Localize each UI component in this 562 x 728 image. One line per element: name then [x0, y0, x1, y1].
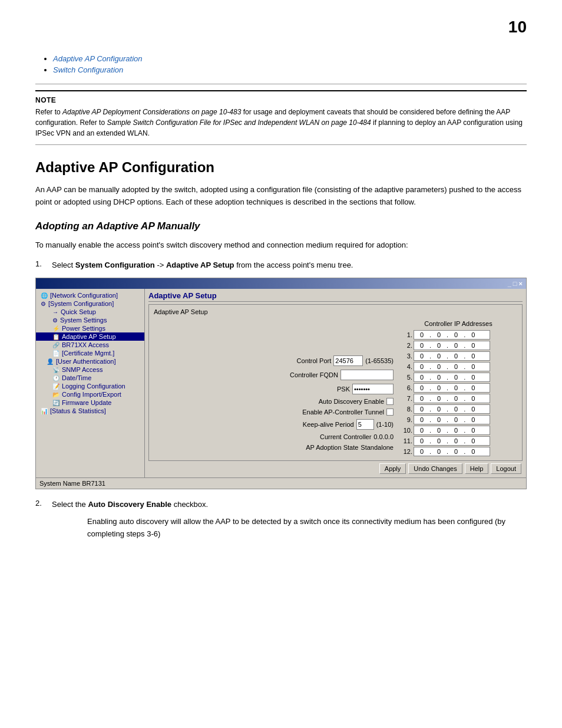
sidebar-item-logging[interactable]: 📝 Logging Configuration	[36, 382, 144, 390]
ip-field-12[interactable]: . . .	[414, 447, 490, 456]
sidebar-item-snmp[interactable]: 📡 SNMP Access	[36, 365, 144, 374]
ip-octet-3-3[interactable]	[449, 353, 462, 360]
sidebar-item-syssettings[interactable]: ⚙ System Settings	[36, 316, 144, 324]
control-port-input[interactable]	[333, 355, 363, 366]
ui-form-left: Control Port (1-65535) Controller FQDN P…	[154, 320, 394, 457]
ip-octet-7-4[interactable]	[467, 395, 480, 402]
link-adaptive-ap[interactable]: Adaptive AP Configuration	[53, 54, 143, 63]
sidebar-item-system[interactable]: ⚙ [System Configuration]	[36, 299, 144, 308]
ip-field-2[interactable]: . . .	[414, 341, 490, 350]
ip-octet-8-1[interactable]	[415, 406, 428, 413]
ip-octet-4-4[interactable]	[467, 363, 480, 370]
ip-octet-11-1[interactable]	[415, 437, 428, 444]
sidebar-item-network[interactable]: 🌐 [Network Configuration]	[36, 291, 144, 299]
ip-octet-9-4[interactable]	[467, 416, 480, 423]
ip-octet-2-3[interactable]	[449, 342, 462, 349]
ip-octet-3-1[interactable]	[415, 353, 428, 360]
ip-octet-11-3[interactable]	[449, 437, 462, 444]
controller-fqdn-label: Controller FQDN	[244, 371, 338, 378]
form-row-autodiscovery: Auto Discovery Enable	[154, 398, 394, 405]
ip-field-4[interactable]: . . .	[414, 362, 490, 371]
link-switch-config[interactable]: Switch Configuration	[53, 65, 123, 74]
ip-octet-12-1[interactable]	[415, 448, 428, 455]
sidebar-configio-label: Config Import/Export	[62, 391, 121, 398]
ip-octet-6-3[interactable]	[449, 384, 462, 391]
ip-row-5: 5. . . .	[399, 373, 517, 382]
ip-row-12: 12. . . .	[399, 447, 517, 456]
ip-octet-8-4[interactable]	[467, 406, 480, 413]
keepalive-input[interactable]	[356, 419, 374, 430]
ip-octet-6-4[interactable]	[467, 384, 480, 391]
ip-octet-7-3[interactable]	[449, 395, 462, 402]
ip-octet-1-1[interactable]	[415, 331, 428, 338]
sidebar-item-certmgmt[interactable]: 📄 [Certificate Mgmt.]	[36, 349, 144, 357]
ip-octet-11-2[interactable]	[432, 437, 445, 444]
ip-octet-3-4[interactable]	[467, 353, 480, 360]
ip-octet-5-2[interactable]	[432, 374, 445, 381]
sidebar-item-br71xx[interactable]: 🔗 BR71XX Access	[36, 341, 144, 349]
sidebar-item-power[interactable]: ⚡ Power Settings	[36, 324, 144, 332]
ip-octet-12-4[interactable]	[467, 448, 480, 455]
sidebar-item-quicksetup[interactable]: → Quick Setup	[36, 308, 144, 316]
ip-num-7: 7.	[399, 395, 412, 402]
ip-octet-10-2[interactable]	[432, 427, 445, 434]
ip-octet-2-1[interactable]	[415, 342, 428, 349]
ip-octet-1-4[interactable]	[467, 331, 480, 338]
tunnel-checkbox[interactable]	[386, 409, 394, 416]
form-row-adoption-state: AP Adoption State Standalone	[154, 444, 394, 451]
ip-field-3[interactable]: . . .	[414, 351, 490, 361]
psk-input[interactable]	[352, 384, 394, 394]
ip-octet-10-1[interactable]	[415, 427, 428, 434]
ui-panel-box: Adaptive AP Setup Control Port (1-65535)…	[148, 304, 523, 461]
ip-octet-4-1[interactable]	[415, 363, 428, 370]
ip-octet-10-3[interactable]	[449, 427, 462, 434]
ip-field-10[interactable]: . . .	[414, 426, 490, 435]
ip-field-11[interactable]: . . .	[414, 436, 490, 446]
controller-fqdn-input[interactable]	[340, 370, 394, 380]
ip-field-7[interactable]: . . .	[414, 394, 490, 403]
logout-button[interactable]: Logout	[491, 463, 521, 474]
ip-octet-5-1[interactable]	[415, 374, 428, 381]
ip-octet-9-3[interactable]	[449, 416, 462, 423]
ip-octet-5-4[interactable]	[467, 374, 480, 381]
auto-discovery-checkbox[interactable]	[386, 398, 394, 405]
ui-body: 🌐 [Network Configuration] ⚙ [System Conf…	[36, 289, 526, 477]
ip-octet-1-3[interactable]	[449, 331, 462, 338]
ip-field-1[interactable]: . . .	[414, 330, 490, 340]
form-row-psk: PSK	[154, 384, 394, 394]
ip-octet-6-1[interactable]	[415, 384, 428, 391]
ip-octet-2-2[interactable]	[432, 342, 445, 349]
help-button[interactable]: Help	[465, 463, 489, 474]
ip-octet-10-4[interactable]	[467, 427, 480, 434]
ip-octet-7-1[interactable]	[415, 395, 428, 402]
ip-octet-12-2[interactable]	[432, 448, 445, 455]
ip-octet-9-1[interactable]	[415, 416, 428, 423]
ip-octet-6-2[interactable]	[432, 384, 445, 391]
ip-field-8[interactable]: . . .	[414, 404, 490, 414]
sidebar-item-status[interactable]: 📊 [Status & Statistics]	[36, 407, 144, 415]
sidebar-item-datetime[interactable]: 🕐 Date/Time	[36, 374, 144, 382]
ip-field-5[interactable]: . . .	[414, 373, 490, 382]
ip-field-9[interactable]: . . .	[414, 415, 490, 424]
sidebar-item-configio[interactable]: 📂 Config Import/Export	[36, 390, 144, 398]
ip-octet-4-3[interactable]	[449, 363, 462, 370]
ip-octet-4-2[interactable]	[432, 363, 445, 370]
ip-octet-3-2[interactable]	[432, 353, 445, 360]
apply-button[interactable]: Apply	[379, 463, 406, 474]
sidebar-item-userauth[interactable]: 👤 [User Authentication]	[36, 357, 144, 365]
sidebar-item-aapsetup[interactable]: 📋 Adaptive AP Setup	[36, 332, 144, 341]
undo-button[interactable]: Undo Changes	[408, 463, 462, 474]
ip-octet-11-4[interactable]	[467, 437, 480, 444]
ip-octet-12-3[interactable]	[449, 448, 462, 455]
tunnel-label: Enable AP-Controller Tunnel	[290, 409, 384, 416]
ip-octet-8-2[interactable]	[432, 406, 445, 413]
ip-octet-1-2[interactable]	[432, 331, 445, 338]
ip-octet-7-2[interactable]	[432, 395, 445, 402]
ip-octet-8-3[interactable]	[449, 406, 462, 413]
sidebar-item-firmware[interactable]: 🔄 Firmware Update	[36, 398, 144, 407]
ip-octet-2-4[interactable]	[467, 342, 480, 349]
ip-octet-9-2[interactable]	[432, 416, 445, 423]
ip-field-6[interactable]: . . .	[414, 383, 490, 393]
ip-num-5: 5.	[399, 374, 412, 381]
ip-octet-5-3[interactable]	[449, 374, 462, 381]
